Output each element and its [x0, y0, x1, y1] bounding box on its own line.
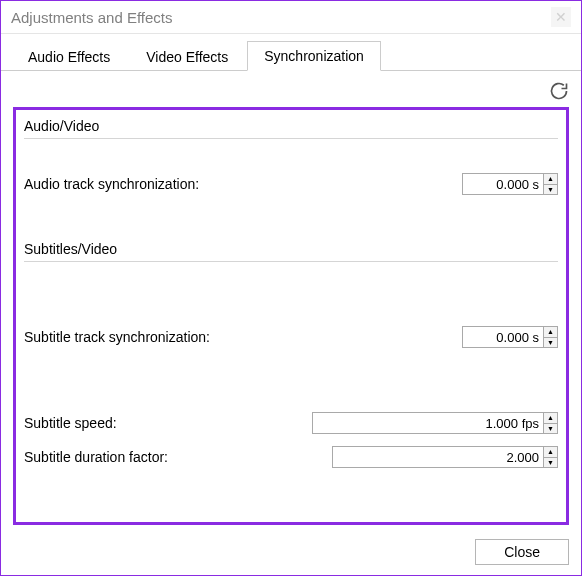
tab-audio-effects[interactable]: Audio Effects	[11, 42, 127, 71]
row-subtitle-track-sync: Subtitle track synchronization: ▲▼	[24, 320, 558, 354]
tab-video-effects[interactable]: Video Effects	[129, 42, 245, 71]
row-subtitle-duration-factor: Subtitle duration factor: ▲▼	[24, 440, 558, 474]
spin-subtitle-duration-factor[interactable]: ▲▼	[332, 446, 558, 468]
spin-buttons[interactable]: ▲▼	[543, 413, 557, 433]
spin-up-icon[interactable]: ▲	[544, 327, 557, 338]
spin-buttons[interactable]: ▲▼	[543, 327, 557, 347]
spin-buttons[interactable]: ▲▼	[543, 174, 557, 194]
label-subtitle-track-sync: Subtitle track synchronization:	[24, 329, 210, 345]
input-audio-track-sync[interactable]	[463, 174, 543, 194]
group-audio-video: Audio/Video	[24, 114, 558, 139]
input-subtitle-duration-factor[interactable]	[333, 447, 543, 467]
tab-synchronization[interactable]: Synchronization	[247, 41, 381, 71]
spin-audio-track-sync[interactable]: ▲▼	[462, 173, 558, 195]
spin-down-icon[interactable]: ▼	[544, 185, 557, 195]
window-title: Adjustments and Effects	[11, 9, 172, 26]
close-button[interactable]: Close	[475, 539, 569, 565]
row-subtitle-speed: Subtitle speed: ▲▼	[24, 406, 558, 440]
close-icon[interactable]: ✕	[551, 7, 571, 27]
spin-subtitle-speed[interactable]: ▲▼	[312, 412, 558, 434]
tab-bar: Audio Effects Video Effects Synchronizat…	[1, 34, 581, 71]
spin-up-icon[interactable]: ▲	[544, 447, 557, 458]
spin-subtitle-track-sync[interactable]: ▲▼	[462, 326, 558, 348]
refresh-icon[interactable]	[549, 81, 569, 101]
window: Adjustments and Effects ✕ Audio Effects …	[0, 0, 582, 576]
row-audio-track-sync: Audio track synchronization: ▲▼	[24, 167, 558, 201]
label-subtitle-speed: Subtitle speed:	[24, 415, 117, 431]
input-subtitle-track-sync[interactable]	[463, 327, 543, 347]
spin-down-icon[interactable]: ▼	[544, 338, 557, 348]
spin-down-icon[interactable]: ▼	[544, 458, 557, 468]
group-subtitles-video: Subtitles/Video	[24, 237, 558, 262]
footer: Close	[1, 529, 581, 575]
label-audio-track-sync: Audio track synchronization:	[24, 176, 199, 192]
input-subtitle-speed[interactable]	[313, 413, 543, 433]
spin-up-icon[interactable]: ▲	[544, 174, 557, 185]
label-subtitle-duration-factor: Subtitle duration factor:	[24, 449, 168, 465]
spin-buttons[interactable]: ▲▼	[543, 447, 557, 467]
tab-content: Audio/Video Audio track synchronization:…	[1, 71, 581, 529]
spin-up-icon[interactable]: ▲	[544, 413, 557, 424]
titlebar: Adjustments and Effects ✕	[1, 1, 581, 34]
spin-down-icon[interactable]: ▼	[544, 424, 557, 434]
sync-panel: Audio/Video Audio track synchronization:…	[13, 107, 569, 525]
